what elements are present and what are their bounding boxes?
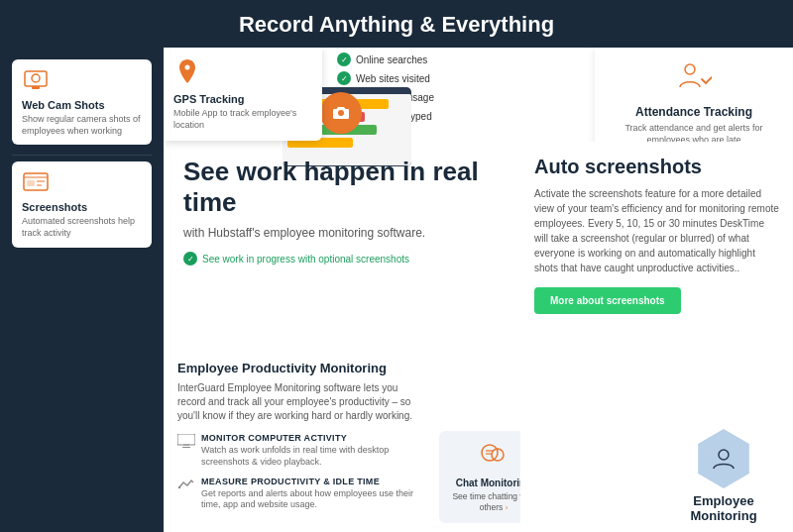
monitor-title-1: Measure Productivity & Idle Time xyxy=(201,477,422,486)
svg-point-19 xyxy=(685,64,695,74)
screenshots-title: Screenshots xyxy=(22,201,142,213)
monitor-title-0: Monitor Computer Activity xyxy=(201,433,422,443)
svg-point-12 xyxy=(482,445,498,461)
middle-column: GPS Tracking Mobile App to track employe… xyxy=(164,48,520,532)
productivity-desc: InterGuard Employee Monitoring software … xyxy=(177,381,422,423)
right-column: Attendance Tracking Track attendance and… xyxy=(520,48,793,532)
svg-rect-10 xyxy=(182,447,190,448)
left-column: Web Cam Shots Show regular camera shots … xyxy=(0,48,164,532)
screenshots-desc: Automated screenshots help track activit… xyxy=(22,216,142,239)
svg-rect-5 xyxy=(27,180,35,186)
productivity-section: Employee Productivity Monitoring InterGu… xyxy=(164,347,436,532)
auto-screenshots-desc: Activate the screenshots feature for a m… xyxy=(534,186,779,275)
attendance-title: Attendance Tracking xyxy=(607,105,781,119)
svg-rect-8 xyxy=(177,434,195,445)
monitor-item-0: Monitor Computer Activity Watch as work … xyxy=(177,433,422,468)
more-about-screenshots-button[interactable]: More about screenshots xyxy=(534,287,681,314)
chat-title: Chat Monitoring xyxy=(449,478,520,488)
chat-icon xyxy=(449,441,520,473)
svg-rect-2 xyxy=(32,86,40,89)
svg-point-20 xyxy=(719,450,729,460)
chat-monitoring-card[interactable]: Chat Monitoring See time chatting with o… xyxy=(439,431,520,523)
webcam-icon xyxy=(22,69,142,95)
webcam-card: Web Cam Shots Show regular camera shots … xyxy=(12,59,152,145)
svg-rect-6 xyxy=(37,180,45,182)
webcam-desc: Show regular camera shots of employees w… xyxy=(22,114,142,137)
check-icon-1: ✓ xyxy=(337,71,351,85)
screenshots-icon xyxy=(22,171,142,197)
check-icon-hero: ✓ xyxy=(183,252,197,266)
gps-desc: Mobile App to track employee's location xyxy=(173,108,308,131)
monitor-icon-1 xyxy=(177,478,195,495)
auto-screenshots-title: Auto screenshots xyxy=(534,156,779,178)
divider xyxy=(12,155,152,156)
monitor-desc-0: Watch as work unfolds in real time with … xyxy=(201,445,422,468)
header: Record Anything & Everything xyxy=(0,0,793,48)
feature-item-0: ✓ Online searches xyxy=(337,53,434,66)
gps-title: GPS Tracking xyxy=(173,93,308,105)
screenshots-card-left: Screenshots Automated screenshots help t… xyxy=(12,161,152,247)
gps-card: GPS Tracking Mobile App to track employe… xyxy=(164,48,322,141)
chat-desc: See time chatting with others › xyxy=(449,491,520,513)
small-features-row: Chat Monitoring See time chatting with o… xyxy=(439,431,520,523)
check-icon-0: ✓ xyxy=(337,53,351,66)
auto-screenshots-section: Auto screenshots Activate the screenshot… xyxy=(520,142,793,328)
monitor-item-1: Measure Productivity & Idle Time Get rep… xyxy=(177,477,422,511)
svg-point-11 xyxy=(178,485,180,487)
gps-icon xyxy=(173,57,308,89)
svg-rect-7 xyxy=(37,184,42,186)
feature-item-1: ✓ Web sites visited xyxy=(337,71,434,85)
employee-monitoring-title: Employee Monitoring xyxy=(664,493,783,523)
main-content: Web Cam Shots Show regular camera shots … xyxy=(0,48,793,532)
hero-title: See work happen in real time xyxy=(183,157,501,218)
hero-section: See work happen in real time with Hubsta… xyxy=(164,137,520,266)
hero-subtitle: with Hubstaff's employee monitoring soft… xyxy=(183,226,501,240)
hero-feature: ✓ See work in progress with optional scr… xyxy=(183,252,501,266)
svg-point-1 xyxy=(32,74,40,82)
monitor-desc-1: Get reports and alerts about how employe… xyxy=(201,488,422,511)
webcam-title: Web Cam Shots xyxy=(22,99,142,111)
attendance-icon xyxy=(607,59,781,99)
productivity-title: Employee Productivity Monitoring xyxy=(177,361,422,375)
monitor-icon-0 xyxy=(177,434,195,452)
hex-shape xyxy=(694,429,753,488)
page-title: Record Anything & Everything xyxy=(0,12,793,38)
employee-monitoring-icon xyxy=(694,429,753,488)
employee-monitoring-badge: Employee Monitoring xyxy=(654,419,793,532)
camera-button xyxy=(320,92,362,134)
